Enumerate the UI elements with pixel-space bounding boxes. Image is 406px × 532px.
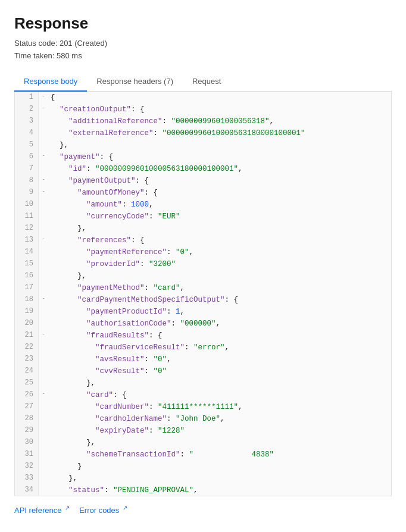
line-content: "references": { — [48, 234, 391, 246]
line-content: "amountOfMoney": { — [48, 187, 391, 199]
line-content: "expiryDate": "1228" — [48, 425, 391, 437]
line-number: 5 — [15, 139, 39, 151]
line-content: "paymentProductId": 1, — [48, 306, 391, 318]
line-number: 13 — [15, 234, 39, 246]
line-number: 24 — [15, 365, 39, 377]
status-label: Status code: — [14, 39, 57, 48]
line-toggle — [39, 449, 48, 461]
line-number: 23 — [15, 353, 39, 365]
code-line: 19 "paymentProductId": 1, — [15, 306, 391, 318]
line-number: 28 — [15, 413, 39, 425]
line-toggle — [39, 211, 48, 223]
line-content: "providerId": "3200" — [48, 258, 391, 270]
line-number: 16 — [15, 270, 39, 282]
line-content: "payment": { — [48, 151, 391, 163]
code-line: 2- "creationOutput": { — [15, 104, 391, 115]
line-number: 21 — [15, 330, 39, 342]
footer-links: API reference ↗ Error codes ↗ — [14, 496, 392, 515]
line-content: "cvvResult": "0" — [48, 365, 391, 377]
line-content: "card": { — [48, 389, 391, 401]
line-number: 11 — [15, 211, 39, 223]
line-number: 7 — [15, 163, 39, 175]
line-toggle[interactable]: - — [39, 187, 48, 199]
code-line: 16 }, — [15, 270, 391, 282]
line-number: 15 — [15, 258, 39, 270]
line-toggle — [39, 353, 48, 365]
status-info: Status code: 201 (Created) Time taken: 5… — [14, 37, 392, 62]
line-content: "id": "000000996010000563180000100001", — [48, 163, 391, 175]
line-number: 8 — [15, 175, 39, 187]
line-toggle — [39, 282, 48, 294]
line-content: "creationOutput": { — [48, 104, 391, 115]
line-toggle — [39, 127, 48, 139]
line-toggle — [39, 306, 48, 318]
line-toggle[interactable]: - — [39, 175, 48, 187]
time-taken-line: Time taken: 580 ms — [14, 50, 392, 62]
line-toggle[interactable]: - — [39, 330, 48, 342]
api-reference-link[interactable]: API reference ↗ — [14, 505, 70, 515]
line-toggle — [39, 223, 48, 234]
code-block: 1-{2- "creationOutput": {3 "additionalRe… — [15, 92, 391, 496]
code-line: 11 "currencyCode": "EUR" — [15, 211, 391, 223]
code-line: 10 "amount": 1000, — [15, 199, 391, 211]
line-content: "paymentReference": "0", — [48, 246, 391, 258]
line-content: "fraudServiceResult": "error", — [48, 342, 391, 353]
line-content: "fraudResults": { — [48, 330, 391, 342]
tabs-bar: Response body Response headers (7) Reque… — [14, 72, 392, 92]
line-toggle[interactable]: - — [39, 389, 48, 401]
code-line: 6- "payment": { — [15, 151, 391, 163]
line-toggle — [39, 139, 48, 151]
line-toggle[interactable]: - — [39, 104, 48, 115]
line-number: 20 — [15, 318, 39, 330]
line-content: "amount": 1000, — [48, 199, 391, 211]
code-line: 7 "id": "000000996010000563180000100001"… — [15, 163, 391, 175]
code-line: 17 "paymentMethod": "card", — [15, 282, 391, 294]
line-toggle — [39, 258, 48, 270]
line-number: 33 — [15, 472, 39, 484]
line-toggle — [39, 401, 48, 413]
line-toggle — [39, 484, 48, 496]
line-content: "authorisationCode": "000000", — [48, 318, 391, 330]
line-toggle — [39, 413, 48, 425]
line-number: 6 — [15, 151, 39, 163]
status-value: 201 (Created) — [60, 39, 107, 48]
time-value: 580 ms — [57, 51, 82, 60]
line-toggle — [39, 472, 48, 484]
line-number: 30 — [15, 437, 39, 449]
code-line: 32 } — [15, 461, 391, 472]
line-number: 3 — [15, 115, 39, 127]
tab-response-body[interactable]: Response body — [14, 72, 87, 92]
line-number: 19 — [15, 306, 39, 318]
line-toggle[interactable]: - — [39, 92, 48, 104]
line-content: "cardNumber": "411111******1111", — [48, 401, 391, 413]
line-number: 26 — [15, 389, 39, 401]
line-number: 32 — [15, 461, 39, 472]
error-codes-link[interactable]: Error codes ↗ — [79, 505, 127, 515]
code-line: 20 "authorisationCode": "000000", — [15, 318, 391, 330]
line-toggle[interactable]: - — [39, 151, 48, 163]
code-line: 15 "providerId": "3200" — [15, 258, 391, 270]
line-toggle[interactable]: - — [39, 234, 48, 246]
code-line: 26- "card": { — [15, 389, 391, 401]
line-content: "currencyCode": "EUR" — [48, 211, 391, 223]
line-toggle[interactable]: - — [39, 294, 48, 306]
page-container: Response Status code: 201 (Created) Time… — [0, 0, 406, 527]
line-toggle — [39, 461, 48, 472]
line-toggle — [39, 425, 48, 437]
line-number: 2 — [15, 104, 39, 115]
line-number: 34 — [15, 484, 39, 496]
code-line: 27 "cardNumber": "411111******1111", — [15, 401, 391, 413]
tab-response-headers[interactable]: Response headers (7) — [87, 72, 183, 92]
tab-request[interactable]: Request — [183, 72, 230, 92]
code-line: 28 "cardholderName": "John Doe", — [15, 413, 391, 425]
code-line: 5 }, — [15, 139, 391, 151]
line-content: "cardholderName": "John Doe", — [48, 413, 391, 425]
line-content: "additionalReference": "0000009960100005… — [48, 115, 391, 127]
line-content: }, — [48, 223, 391, 234]
code-line: 18- "cardPaymentMethodSpecificOutput": { — [15, 294, 391, 306]
code-line: 8- "paymentOutput": { — [15, 175, 391, 187]
status-code-line: Status code: 201 (Created) — [14, 37, 392, 50]
line-content: "paymentOutput": { — [48, 175, 391, 187]
line-number: 9 — [15, 187, 39, 199]
error-codes-label: Error codes — [79, 506, 119, 515]
